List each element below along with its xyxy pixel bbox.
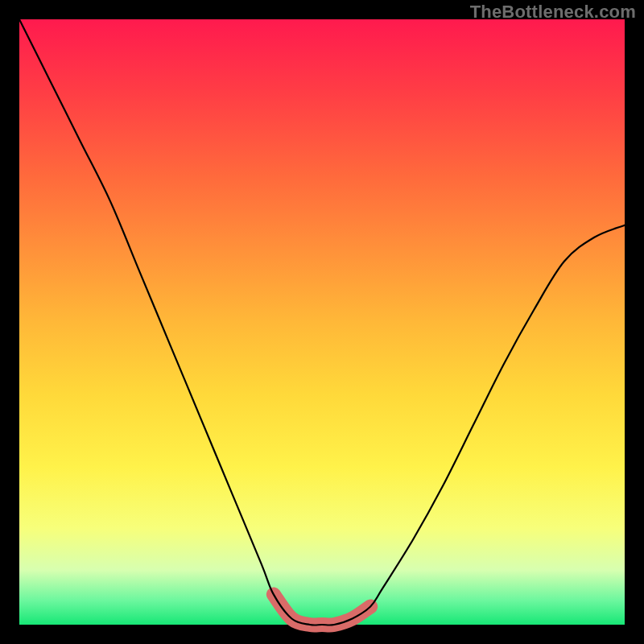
highlight-minimum-path <box>274 594 370 625</box>
chart-frame <box>19 19 625 625</box>
chart-svg <box>19 19 625 625</box>
bottleneck-curve-path <box>19 19 625 625</box>
